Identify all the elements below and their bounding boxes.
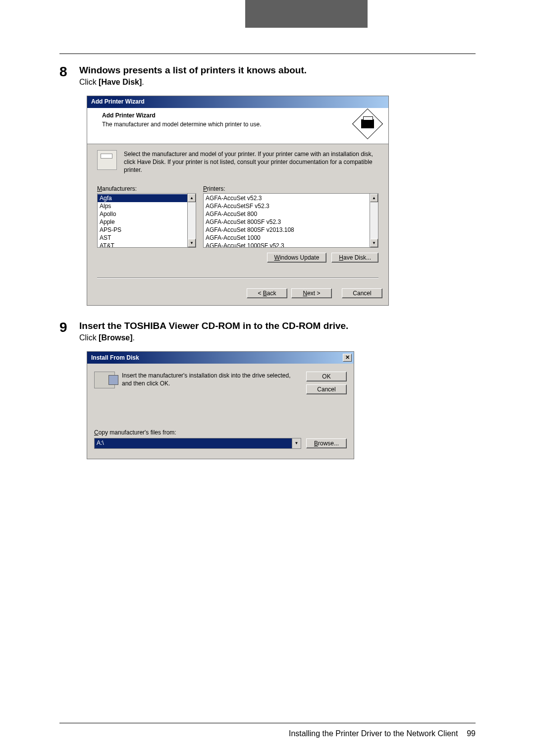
scroll-up-icon[interactable]: ▲ xyxy=(370,194,378,202)
sub-suffix: . xyxy=(133,333,135,342)
step-subtext: Click [Browse]. xyxy=(79,333,348,342)
step-heading: Insert the TOSHIBA Viewer CD-ROM in to t… xyxy=(79,321,348,331)
list-item[interactable]: AGFA-AccuSet 800 xyxy=(204,210,378,218)
add-printer-wizard-dialog: Add Printer Wizard Add Printer Wizard Th… xyxy=(87,96,389,306)
cancel-button[interactable]: Cancel xyxy=(342,288,382,298)
list-item[interactable]: AGFA-AccuSet 1000SF v52.3 xyxy=(204,242,378,248)
list-item[interactable]: AGFA-AccuSet 800SF v52.3 xyxy=(204,218,378,226)
scrollbar[interactable]: ▲ ▼ xyxy=(187,194,196,247)
chevron-down-icon[interactable]: ▼ xyxy=(292,438,301,448)
wizard-header-subtitle: The manufacturer and model determine whi… xyxy=(102,121,352,128)
floppy-disk-icon xyxy=(94,372,115,388)
install-from-disk-dialog: Install From Disk ✕ Insert the manufactu… xyxy=(87,351,354,459)
printers-listbox[interactable]: AGFA-AccuSet v52.3 AGFA-AccuSetSF v52.3 … xyxy=(203,193,378,248)
printer-icon xyxy=(352,108,383,139)
list-item[interactable]: APS-PS xyxy=(98,226,196,234)
top-tab-background xyxy=(245,0,368,28)
printer-small-icon xyxy=(97,150,117,170)
list-item[interactable]: AGFA-AccuSet v52.3 xyxy=(204,194,378,202)
list-item[interactable]: AGFA-AccuSetSF v52.3 xyxy=(204,202,378,210)
page-footer: Installing the Printer Driver to the Net… xyxy=(59,723,476,738)
next-button[interactable]: Next > xyxy=(291,288,332,298)
copy-from-label: Copy manufacturer's files from: xyxy=(94,429,347,436)
manufacturers-listbox[interactable]: Agfa Alps Apollo Apple APS-PS AST AT&T ▲… xyxy=(97,193,196,248)
sub-prefix: Click xyxy=(79,333,99,342)
cancel-button[interactable]: Cancel xyxy=(306,384,347,394)
ok-button[interactable]: OK xyxy=(306,372,347,381)
combo-value[interactable]: A:\ xyxy=(95,438,292,448)
scroll-down-icon[interactable]: ▼ xyxy=(370,239,378,247)
ifd-titlebar: Install From Disk ✕ xyxy=(87,352,354,364)
sub-bold: [Have Disk] xyxy=(99,78,142,86)
sub-suffix: . xyxy=(142,78,144,86)
windows-update-button[interactable]: Windows Update xyxy=(267,253,327,263)
wizard-titlebar: Add Printer Wizard xyxy=(87,96,388,108)
step-9: 9 Insert the TOSHIBA Viewer CD-ROM in to… xyxy=(59,321,476,342)
step-number: 9 xyxy=(59,321,79,342)
scroll-up-icon[interactable]: ▲ xyxy=(188,194,196,202)
back-button[interactable]: < Back xyxy=(247,288,287,298)
close-icon[interactable]: ✕ xyxy=(343,354,352,362)
step-number: 8 xyxy=(59,65,79,87)
step-heading: Windows presents a list of printers it k… xyxy=(79,65,307,76)
list-item[interactable]: Apple xyxy=(98,218,196,226)
copy-from-combo[interactable]: A:\ ▼ xyxy=(94,438,301,449)
step-subtext: Click [Have Disk]. xyxy=(79,78,307,87)
ifd-message: Insert the manufacturer's installation d… xyxy=(122,372,299,387)
wizard-header-title: Add Printer Wizard xyxy=(102,112,352,119)
wizard-instruction: Select the manufacturer and model of you… xyxy=(124,150,378,174)
list-item[interactable]: AT&T xyxy=(98,242,196,248)
step-8: 8 Windows presents a list of printers it… xyxy=(59,65,476,87)
have-disk-button[interactable]: Have Disk... xyxy=(331,253,378,263)
scroll-down-icon[interactable]: ▼ xyxy=(188,239,196,247)
wizard-header: Add Printer Wizard The manufacturer and … xyxy=(87,108,388,144)
list-item[interactable]: AGFA-AccuSet 1000 xyxy=(204,234,378,242)
scrollbar[interactable]: ▲ ▼ xyxy=(370,194,378,247)
list-item[interactable]: Agfa xyxy=(98,194,196,202)
printers-label: Printers: xyxy=(203,185,378,192)
manufacturers-label: Manufacturers: xyxy=(97,185,203,192)
list-item[interactable]: AGFA-AccuSet 800SF v2013.108 xyxy=(204,226,378,234)
list-item[interactable]: Alps xyxy=(98,202,196,210)
sub-bold: [Browse] xyxy=(99,333,132,342)
list-item[interactable]: AST xyxy=(98,234,196,242)
browse-button[interactable]: Browse... xyxy=(306,438,347,448)
footer-text: Installing the Printer Driver to the Net… xyxy=(289,729,458,738)
ifd-title: Install From Disk xyxy=(91,354,139,361)
sub-prefix: Click xyxy=(79,78,99,86)
list-item[interactable]: Apollo xyxy=(98,210,196,218)
page-number: 99 xyxy=(467,729,476,738)
